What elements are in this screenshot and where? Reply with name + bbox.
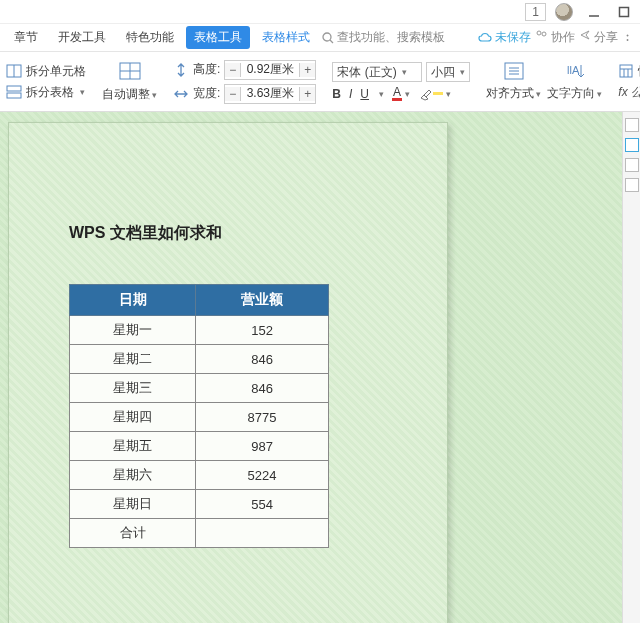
window-maximize-button[interactable]: [612, 2, 636, 22]
tab-features[interactable]: 特色功能: [118, 26, 182, 49]
col-width-icon: [173, 86, 189, 102]
cell-revenue[interactable]: 846: [196, 345, 329, 374]
ribbon-toolbar: 拆分单元格 拆分表格▾ 自动调整▾ 高度: − 0.92厘米 +: [0, 52, 640, 112]
maximize-icon: [618, 6, 630, 18]
font-color-icon: A: [392, 86, 402, 101]
search-icon: [322, 32, 334, 44]
table-row[interactable]: 星期五987: [70, 432, 329, 461]
width-increase[interactable]: +: [299, 87, 315, 101]
cell-date[interactable]: 星期三: [70, 374, 196, 403]
width-value[interactable]: 3.63厘米: [241, 85, 299, 102]
avatar-icon: [555, 3, 573, 21]
tab-section[interactable]: 章节: [6, 26, 46, 49]
side-panel-button-1[interactable]: [625, 118, 639, 132]
window-titlebar: 1: [0, 0, 640, 24]
document-page[interactable]: WPS 文档里如何求和 日期 营业额 星期一152星期二846星期三846星期四…: [8, 122, 448, 623]
unsaved-indicator[interactable]: 未保存: [478, 29, 531, 46]
cloud-icon: [478, 32, 492, 44]
svg-point-5: [542, 32, 546, 36]
tab-devtools[interactable]: 开发工具: [50, 26, 114, 49]
table-header-row: 日期 营业额: [70, 285, 329, 316]
minimize-icon: [588, 6, 600, 18]
side-panel-button-3[interactable]: [625, 158, 639, 172]
split-cell-icon: [6, 63, 22, 79]
width-decrease[interactable]: −: [225, 87, 241, 101]
align-icon: [503, 61, 525, 81]
table-row[interactable]: 星期三846: [70, 374, 329, 403]
split-cell-button[interactable]: 拆分单元格: [6, 63, 86, 80]
svg-point-2: [323, 33, 331, 41]
svg-rect-18: [620, 65, 632, 77]
share-button[interactable]: 分享: [579, 29, 618, 46]
font-color-button[interactable]: A▾: [392, 86, 410, 101]
tab-table-style[interactable]: 表格样式: [254, 26, 318, 49]
table-row[interactable]: 星期一152: [70, 316, 329, 345]
svg-rect-8: [7, 86, 21, 91]
cell-revenue[interactable]: 846: [196, 374, 329, 403]
split-table-button[interactable]: 拆分表格▾: [6, 84, 86, 101]
collab-button[interactable]: 协作: [535, 29, 574, 46]
share-icon: [579, 29, 591, 41]
font-size-select[interactable]: 小四▾: [426, 62, 470, 82]
table-row[interactable]: 星期二846: [70, 345, 329, 374]
row-height-icon: [173, 62, 189, 78]
svg-rect-9: [7, 93, 21, 98]
height-decrease[interactable]: −: [225, 63, 241, 77]
window-minimize-button[interactable]: [582, 2, 606, 22]
side-panel-button-4[interactable]: [625, 178, 639, 192]
autofit-button[interactable]: 自动调整▾: [102, 60, 157, 103]
cell-date[interactable]: 合计: [70, 519, 196, 548]
cell-date[interactable]: 星期二: [70, 345, 196, 374]
data-table[interactable]: 日期 营业额 星期一152星期二846星期三846星期四8775星期五987星期…: [69, 284, 329, 548]
table-row[interactable]: 星期日554: [70, 490, 329, 519]
page-indicator[interactable]: 1: [525, 3, 546, 21]
formula-button[interactable]: fx 公式: [618, 84, 640, 101]
height-value[interactable]: 0.92厘米: [241, 61, 299, 78]
cell-revenue[interactable]: 5224: [196, 461, 329, 490]
cell-revenue[interactable]: [196, 519, 329, 548]
cell-date[interactable]: 星期一: [70, 316, 196, 345]
cell-revenue[interactable]: 987: [196, 432, 329, 461]
table-row[interactable]: 星期四8775: [70, 403, 329, 432]
menu-more[interactable]: ︰: [622, 29, 634, 46]
tab-table-tools[interactable]: 表格工具: [186, 26, 250, 49]
svg-rect-1: [620, 7, 629, 16]
cell-date[interactable]: 星期日: [70, 490, 196, 519]
height-label: 高度:: [193, 61, 220, 78]
cell-date[interactable]: 星期四: [70, 403, 196, 432]
text-direction-button[interactable]: llA 文字方向▾: [547, 61, 602, 102]
align-button[interactable]: 对齐方式▾: [486, 61, 541, 102]
col-date[interactable]: 日期: [70, 285, 196, 316]
height-spinner[interactable]: − 0.92厘米 +: [224, 60, 316, 80]
cell-revenue[interactable]: 8775: [196, 403, 329, 432]
cell-date[interactable]: 星期五: [70, 432, 196, 461]
user-avatar[interactable]: [552, 2, 576, 22]
page-number: 1: [532, 5, 539, 19]
quick-calc-icon: [618, 63, 634, 79]
search-placeholder: 查找功能、搜索模板: [337, 29, 445, 46]
highlight-button[interactable]: ▾: [418, 87, 451, 101]
height-increase[interactable]: +: [299, 63, 315, 77]
underline-button[interactable]: U: [360, 87, 369, 101]
table-row[interactable]: 星期六5224: [70, 461, 329, 490]
width-spinner[interactable]: − 3.63厘米 +: [224, 84, 316, 104]
col-revenue[interactable]: 营业额: [196, 285, 329, 316]
bold-button[interactable]: B: [332, 87, 341, 101]
table-row[interactable]: 合计: [70, 519, 329, 548]
document-area[interactable]: WPS 文档里如何求和 日期 营业额 星期一152星期二846星期三846星期四…: [0, 112, 622, 623]
svg-point-4: [537, 31, 541, 35]
text-direction-icon: llA: [564, 61, 586, 81]
menu-bar: 章节 开发工具 特色功能 表格工具 表格样式 查找功能、搜索模板 未保存 协作 …: [0, 24, 640, 52]
cell-revenue[interactable]: 152: [196, 316, 329, 345]
cell-revenue[interactable]: 554: [196, 490, 329, 519]
split-table-icon: [6, 84, 22, 100]
collab-icon: [535, 29, 547, 41]
document-title: WPS 文档里如何求和: [69, 223, 387, 244]
italic-button[interactable]: I: [349, 87, 352, 101]
search-box[interactable]: 查找功能、搜索模板: [322, 29, 445, 46]
side-panel-button-2[interactable]: [625, 138, 639, 152]
cell-date[interactable]: 星期六: [70, 461, 196, 490]
autofit-icon: [117, 60, 143, 82]
quick-calc-button[interactable]: 快速计算▾: [618, 63, 640, 80]
font-name-select[interactable]: 宋体 (正文)▾: [332, 62, 422, 82]
